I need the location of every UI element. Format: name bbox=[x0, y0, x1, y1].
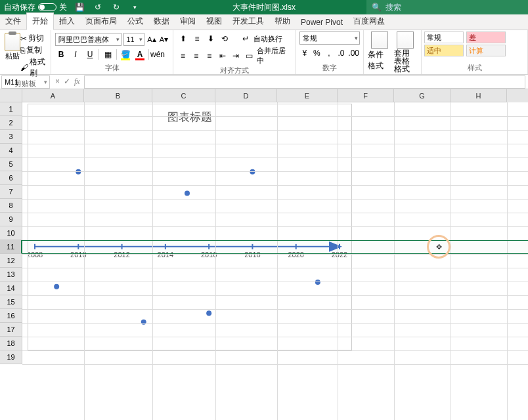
tab-home[interactable]: 开始 bbox=[26, 12, 54, 30]
number-format-combo[interactable]: 常规 bbox=[299, 32, 360, 45]
tab-review[interactable]: 审阅 bbox=[175, 13, 201, 30]
col-header-G[interactable]: G bbox=[394, 89, 451, 102]
group-label-alignment: 对齐方式 bbox=[177, 66, 291, 75]
increase-indent-icon[interactable]: ⇥ bbox=[230, 50, 241, 62]
row-header-10[interactable]: 10 bbox=[0, 226, 22, 240]
phonetic-button[interactable]: wén bbox=[152, 49, 164, 60]
svg-point-17 bbox=[54, 284, 59, 289]
tab-view[interactable]: 视图 bbox=[201, 13, 227, 30]
row-header-8[interactable]: 8 bbox=[0, 199, 22, 213]
tab-dev[interactable]: 开发工具 bbox=[227, 13, 269, 30]
align-bottom-icon[interactable]: ⬇ bbox=[205, 33, 217, 45]
row-header-3[interactable]: 3 bbox=[0, 130, 22, 144]
conditional-format-button[interactable]: 条件格式 bbox=[368, 32, 391, 73]
search-placeholder: 搜索 bbox=[385, 2, 401, 13]
save-icon[interactable]: 💾 bbox=[74, 1, 85, 13]
row-header-15[interactable]: 15 bbox=[0, 295, 22, 309]
row-header-1[interactable]: 1 bbox=[0, 102, 22, 116]
tab-file[interactable]: 文件 bbox=[0, 13, 26, 30]
search-bar[interactable]: 🔍 搜索 bbox=[366, 0, 528, 14]
row-header-18[interactable]: 18 bbox=[0, 337, 22, 350]
spreadsheet-grid[interactable]: ABCDEFGH 12345678910111213141516171819 图… bbox=[0, 89, 528, 420]
embedded-chart[interactable]: 图表标题 20082010201220142016201820202022 bbox=[28, 104, 352, 350]
row-header-2[interactable]: 2 bbox=[0, 116, 22, 130]
font-color-button[interactable]: A bbox=[134, 49, 146, 60]
row-header-7[interactable]: 7 bbox=[0, 185, 22, 199]
style-bad[interactable]: 差 bbox=[466, 32, 506, 43]
currency-icon[interactable]: ¥ bbox=[299, 47, 310, 59]
chart-title[interactable]: 图表标题 bbox=[28, 110, 351, 125]
tab-baidu[interactable]: 百度网盘 bbox=[348, 13, 390, 30]
separator bbox=[99, 49, 99, 60]
orientation-icon[interactable]: ⟲ bbox=[219, 33, 231, 45]
row-header-6[interactable]: 6 bbox=[0, 171, 22, 185]
merge-center-button[interactable]: 合并后居中 bbox=[257, 46, 291, 66]
row-header-13[interactable]: 13 bbox=[0, 268, 22, 282]
select-all-corner[interactable] bbox=[0, 89, 22, 102]
decrease-indent-icon[interactable]: ⇤ bbox=[217, 50, 228, 62]
row-header-4[interactable]: 4 bbox=[0, 144, 22, 158]
wrap-text-button[interactable]: 自动换行 bbox=[253, 34, 282, 44]
comma-icon[interactable]: , bbox=[324, 47, 334, 59]
style-normal[interactable]: 常规 bbox=[424, 32, 464, 43]
align-right-icon[interactable]: ≡ bbox=[204, 50, 215, 62]
col-header-F[interactable]: F bbox=[338, 89, 394, 102]
tab-insert[interactable]: 插入 bbox=[54, 13, 80, 30]
align-top-icon[interactable]: ⬆ bbox=[177, 33, 189, 45]
group-clipboard: 粘贴 ✂剪切 ⎘复制 🖌格式刷 剪贴板 bbox=[0, 30, 51, 74]
percent-icon[interactable]: % bbox=[312, 47, 322, 59]
align-left-icon[interactable]: ≡ bbox=[177, 50, 188, 62]
col-header-D[interactable]: D bbox=[215, 89, 277, 102]
undo-icon[interactable]: ↺ bbox=[92, 1, 104, 13]
formula-input[interactable] bbox=[84, 75, 525, 89]
row-header-11[interactable]: 11 bbox=[0, 240, 22, 254]
cut-button[interactable]: ✂剪切 bbox=[20, 33, 47, 44]
copy-button[interactable]: ⎘复制 bbox=[20, 45, 47, 56]
increase-decimal-icon[interactable]: .0 bbox=[336, 47, 347, 59]
autosave-toggle[interactable]: 自动保存 关 bbox=[4, 2, 67, 13]
row-header-14[interactable]: 14 bbox=[0, 282, 22, 295]
col-header-A[interactable]: A bbox=[22, 89, 84, 102]
style-neutral[interactable]: 适中 bbox=[424, 45, 464, 56]
col-header-H[interactable]: H bbox=[451, 89, 507, 102]
row-header-5[interactable]: 5 bbox=[0, 158, 22, 171]
align-middle-icon[interactable]: ≡ bbox=[191, 33, 203, 45]
merge-icon: ▭ bbox=[244, 50, 255, 62]
decrease-font-icon[interactable]: A▾ bbox=[159, 33, 169, 45]
italic-button[interactable]: I bbox=[70, 49, 81, 60]
bold-button[interactable]: B bbox=[55, 49, 67, 60]
align-center-icon[interactable]: ≡ bbox=[190, 50, 202, 62]
fx-icon[interactable]: fx bbox=[74, 77, 80, 87]
column-headers: ABCDEFGH bbox=[22, 89, 528, 102]
svg-point-19 bbox=[141, 320, 146, 325]
format-as-table-button[interactable]: 套用 表格格式 bbox=[394, 32, 418, 73]
border-button[interactable]: ▦ bbox=[102, 49, 114, 60]
tab-pivot[interactable]: Power Pivot bbox=[296, 15, 348, 30]
increase-font-icon[interactable]: A▴ bbox=[146, 33, 156, 45]
style-calc[interactable]: 计算 bbox=[466, 45, 506, 56]
font-size-combo[interactable]: 11 bbox=[123, 33, 145, 46]
fill-color-button[interactable]: 🪣 bbox=[120, 49, 131, 60]
col-header-E[interactable]: E bbox=[277, 89, 338, 102]
row-header-9[interactable]: 9 bbox=[0, 213, 22, 226]
tab-data[interactable]: 数据 bbox=[148, 13, 175, 30]
underline-button[interactable]: U bbox=[84, 49, 96, 60]
paste-button[interactable]: 粘贴 bbox=[4, 32, 20, 79]
row-header-19[interactable]: 19 bbox=[0, 350, 22, 364]
tab-layout[interactable]: 页面布局 bbox=[80, 13, 122, 30]
tab-formulas[interactable]: 公式 bbox=[122, 13, 148, 30]
qat-more-icon[interactable]: ▾ bbox=[129, 1, 141, 13]
row-header-17[interactable]: 17 bbox=[0, 323, 22, 337]
cells-area[interactable]: 图表标题 20082010201220142016201820202022 bbox=[22, 102, 528, 420]
name-box[interactable]: M11 bbox=[1, 75, 50, 89]
font-name-combo[interactable]: 阿里巴巴普惠体 bbox=[55, 33, 121, 46]
col-header-B[interactable]: B bbox=[84, 89, 152, 102]
row-header-16[interactable]: 16 bbox=[0, 309, 22, 323]
cancel-icon[interactable]: × bbox=[55, 77, 60, 87]
confirm-icon[interactable]: ✓ bbox=[64, 77, 70, 87]
tab-help[interactable]: 帮助 bbox=[269, 13, 296, 30]
row-header-12[interactable]: 12 bbox=[0, 254, 22, 268]
redo-icon[interactable]: ↻ bbox=[110, 1, 122, 13]
decrease-decimal-icon[interactable]: .00 bbox=[348, 47, 359, 59]
col-header-C[interactable]: C bbox=[152, 89, 215, 102]
